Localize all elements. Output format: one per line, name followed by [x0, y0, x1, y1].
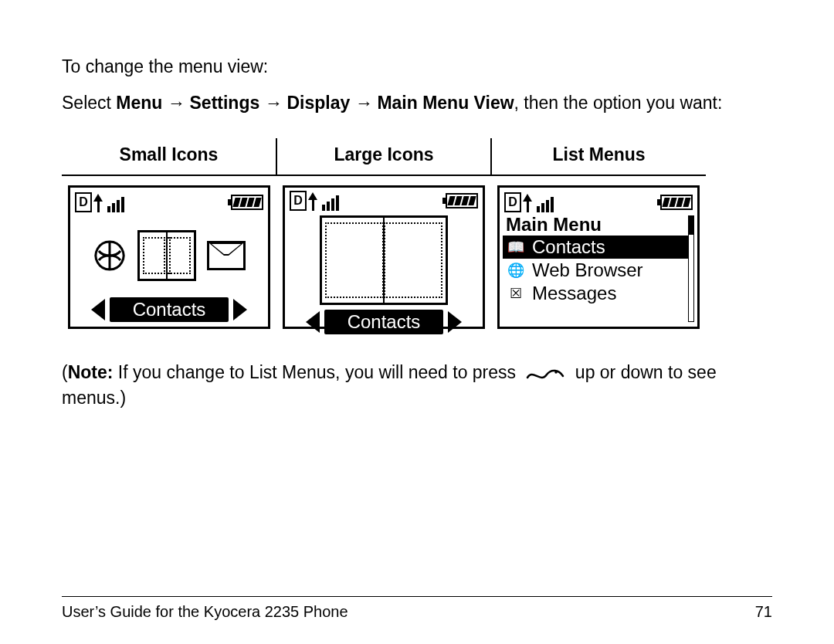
messages-envelope-icon: ☒ [507, 285, 524, 302]
list-item: 🌐 Web Browser [503, 259, 694, 282]
list-title: Main Menu [500, 214, 697, 236]
path-prefix: Select [62, 93, 116, 113]
icon-row [285, 211, 483, 310]
col-header-large-icons: Large Icons [276, 138, 491, 175]
list-item: 📖 Contacts [503, 236, 694, 259]
arrow-icon: → [265, 93, 287, 113]
scrollbar-thumb [689, 216, 693, 235]
note-paren-open: ( [62, 362, 68, 382]
digital-mode-icon: D [504, 192, 521, 212]
contacts-book-icon [320, 215, 448, 305]
screen-small-icons: D Contac [68, 185, 270, 329]
status-bar: D [70, 188, 268, 214]
nav-right-icon [448, 311, 462, 333]
digital-mode-icon: D [75, 192, 92, 212]
selected-label: Contacts [110, 297, 229, 322]
antenna-icon [310, 194, 317, 211]
path-suffix: , then the option you want: [514, 93, 723, 113]
nav-key-icon [525, 365, 565, 382]
svg-point-0 [555, 371, 558, 374]
col-header-list-menus: List Menus [491, 138, 706, 175]
icon-row [70, 214, 268, 297]
footer-title: User’s Guide for the Kyocera 2235 Phone [62, 603, 348, 621]
arrow-icon: → [168, 93, 190, 113]
note-body-before: If you change to List Menus, you will ne… [113, 362, 520, 382]
menu-view-table: Small Icons Large Icons List Menus D [62, 138, 706, 329]
scrollbar [688, 215, 694, 322]
navigation-path: Select Menu → Settings → Display → Main … [62, 90, 772, 116]
antenna-icon [95, 195, 103, 212]
nav-left-icon [306, 311, 320, 333]
signal-bars-icon [537, 197, 554, 212]
footer-page-number: 71 [755, 603, 772, 621]
list-item-label: Web Browser [532, 259, 643, 281]
battery-icon [660, 195, 693, 210]
battery-icon [446, 193, 478, 208]
contacts-book-icon: 📖 [507, 239, 524, 256]
note-label: Note: [68, 362, 114, 382]
status-bar: D [285, 188, 483, 211]
list-item-label: Contacts [532, 236, 605, 258]
digital-mode-icon: D [290, 191, 307, 211]
col-header-small-icons: Small Icons [62, 138, 276, 175]
list-item-label: Messages [532, 283, 616, 304]
intro-text: To change the menu view: [62, 54, 772, 80]
messages-envelope-icon [207, 241, 246, 270]
status-bar: D [500, 188, 697, 214]
web-browser-icon: 🌐 [507, 262, 524, 279]
path-step-display: Display [286, 93, 350, 113]
path-step-menu: Menu [116, 93, 162, 113]
list-items: 📖 Contacts 🌐 Web Browser ☒ Messages [500, 236, 697, 308]
contacts-book-icon [137, 230, 196, 281]
nav-right-icon [233, 299, 247, 320]
path-step-settings: Settings [190, 93, 260, 113]
page-footer: User’s Guide for the Kyocera 2235 Phone … [62, 596, 772, 621]
signal-bars-icon [322, 195, 339, 211]
path-step-main-menu-view: Main Menu View [377, 93, 514, 113]
note-text: (Note: If you change to List Menus, you … [62, 360, 772, 412]
list-item: ☒ Messages [503, 282, 694, 305]
signal-bars-icon [107, 197, 124, 212]
arrow-icon: → [355, 93, 378, 113]
web-browser-icon [93, 239, 127, 273]
screen-list-menus: D Main Menu 📖 Contacts 🌐 [497, 185, 700, 329]
nav-left-icon [91, 299, 105, 320]
screen-large-icons: D Contacts [283, 185, 485, 329]
selected-label: Contacts [324, 310, 444, 334]
battery-icon [231, 195, 263, 210]
antenna-icon [524, 195, 532, 212]
